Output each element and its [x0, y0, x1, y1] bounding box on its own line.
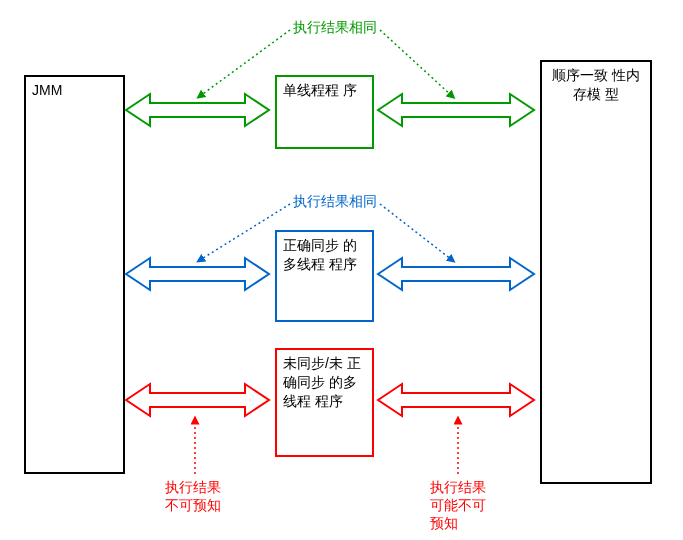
- dotted-blue-right: [380, 204, 452, 260]
- annot-blue-mid: 执行结果相同: [293, 192, 377, 210]
- arrow-row3-left: [126, 384, 269, 416]
- unsync-multithread-label: 未同步/未 正确同步 的多线程 程序: [277, 350, 372, 415]
- jmm-label: JMM: [26, 77, 123, 104]
- jmm-box: JMM: [24, 75, 125, 474]
- unsync-multithread-box: 未同步/未 正确同步 的多线程 程序: [275, 348, 374, 457]
- arrow-row1-right: [378, 94, 534, 126]
- arrow-row1-left: [126, 94, 269, 126]
- diagram-canvas: JMM 顺序一致 性内存模 型 单线程程 序 正确同步 的多线程 程序 未同步/…: [0, 0, 683, 540]
- sync-multithread-box: 正确同步 的多线程 程序: [275, 230, 374, 322]
- single-thread-label: 单线程程 序: [277, 77, 372, 104]
- arrow-row2-right: [378, 258, 534, 290]
- annot-red-left: 执行结果 不可预知: [165, 478, 221, 514]
- annot-green-top: 执行结果相同: [293, 18, 377, 36]
- arrow-row2-left: [126, 258, 269, 290]
- dotted-green-right: [380, 30, 452, 96]
- arrow-row3-right: [378, 384, 534, 416]
- sync-multithread-label: 正确同步 的多线程 程序: [277, 232, 372, 278]
- seq-consistency-label: 顺序一致 性内存模 型: [542, 62, 650, 108]
- annot-red-right: 执行结果 可能不可 预知: [430, 478, 486, 533]
- single-thread-box: 单线程程 序: [275, 75, 374, 149]
- seq-consistency-box: 顺序一致 性内存模 型: [540, 60, 652, 484]
